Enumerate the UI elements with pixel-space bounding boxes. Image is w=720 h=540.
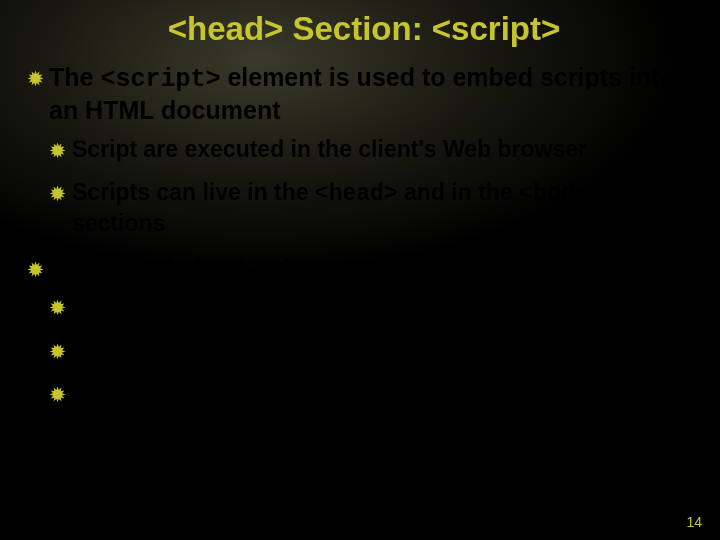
page-number: 14 <box>686 514 702 530</box>
bullet-text: Java. Script (it is not Java!) <box>72 292 370 321</box>
bullet-text: The <script> element is used to embed sc… <box>49 62 700 127</box>
bullet-text: JScript <box>72 379 150 408</box>
bullet-level1: ✹Supported client-side scripting languag… <box>28 253 700 284</box>
text-span: Supported client-side scripting language… <box>49 254 556 282</box>
bullet-level2: ✹Script are executed in the client's Web… <box>50 135 700 164</box>
text-span: Scripts can live in the <box>72 179 315 205</box>
asterisk-icon: ✹ <box>28 259 43 282</box>
text-span: and in the <box>398 179 519 205</box>
bullet-level2: ✹VBScript <box>50 336 700 365</box>
bullet-text: Supported client-side scripting language… <box>49 253 556 284</box>
slide: <head> Section: <script> ✹The <script> e… <box>0 0 720 540</box>
code-span: <head> <box>315 181 398 207</box>
sunburst-icon: ✹ <box>50 384 65 407</box>
text-span: sections <box>72 210 165 236</box>
asterisk-icon: ✹ <box>28 68 43 91</box>
bullet-level1: ✹The <script> element is used to embed s… <box>28 62 700 127</box>
code-span: <body> <box>519 181 602 207</box>
sunburst-icon: ✹ <box>50 183 65 206</box>
text-span: Script are executed in the client's Web … <box>72 136 587 162</box>
sunburst-icon: ✹ <box>50 297 65 320</box>
text-span: JScript <box>72 380 150 406</box>
bullet-text: Script are executed in the client's Web … <box>72 135 587 164</box>
text-span: Java. Script (it is not Java!) <box>72 293 370 319</box>
bullet-text: Scripts can live in the <head> and in th… <box>72 178 700 239</box>
code-span: <script> <box>100 65 220 94</box>
bullet-level2: ✹JScript <box>50 379 700 408</box>
bullet-text: VBScript <box>72 336 169 365</box>
text-span: VBScript <box>72 337 169 363</box>
text-span: The <box>49 63 100 91</box>
bullet-level2: ✹Java. Script (it is not Java!) <box>50 292 700 321</box>
slide-title: <head> Section: <script> <box>28 10 700 48</box>
sunburst-icon: ✹ <box>50 341 65 364</box>
bullet-level2: ✹Scripts can live in the <head> and in t… <box>50 178 700 239</box>
slide-body: ✹The <script> element is used to embed s… <box>28 62 700 408</box>
sunburst-icon: ✹ <box>50 140 65 163</box>
